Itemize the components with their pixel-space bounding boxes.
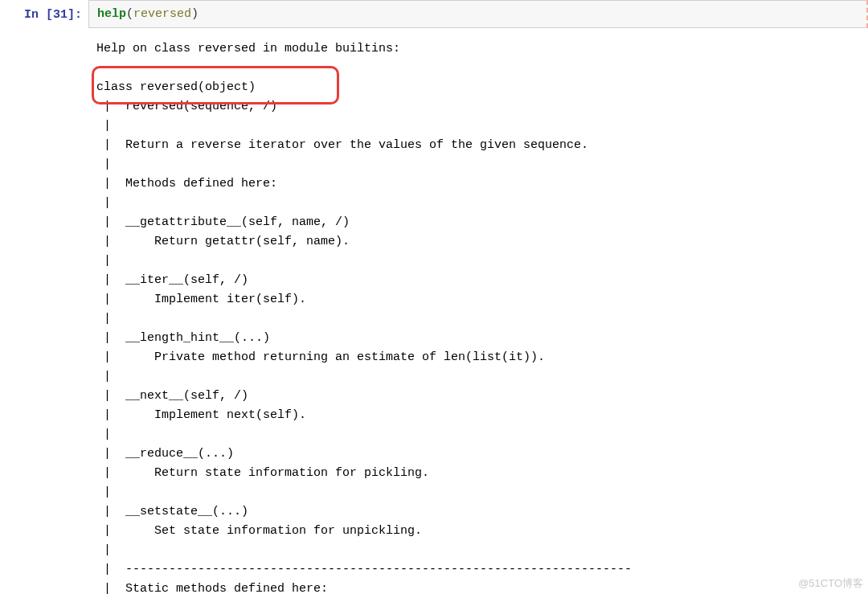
help-body: | | Return a reverse iterator over the v… xyxy=(96,119,668,594)
help-header: Help on class reversed in module builtin… xyxy=(96,42,400,55)
output-area: Help on class reversed in module builtin… xyxy=(88,28,868,594)
prompt-label: In [31]: xyxy=(24,8,82,22)
class-line: class reversed(object) xyxy=(96,80,256,94)
paren-open: ( xyxy=(126,7,133,21)
paren-close: ) xyxy=(191,7,199,21)
sig-line: | reversed(sequence, /) xyxy=(96,100,277,113)
input-prompt: In [31]: xyxy=(0,0,88,22)
code-input-area[interactable]: help(reversed) xyxy=(88,0,868,28)
code-arg: reversed xyxy=(133,7,191,21)
input-cell: In [31]: help(reversed) xyxy=(0,0,868,28)
code-fn: help xyxy=(97,7,126,21)
code-line: help(reversed) xyxy=(97,7,199,21)
watermark: @51CTO博客 xyxy=(798,576,863,591)
